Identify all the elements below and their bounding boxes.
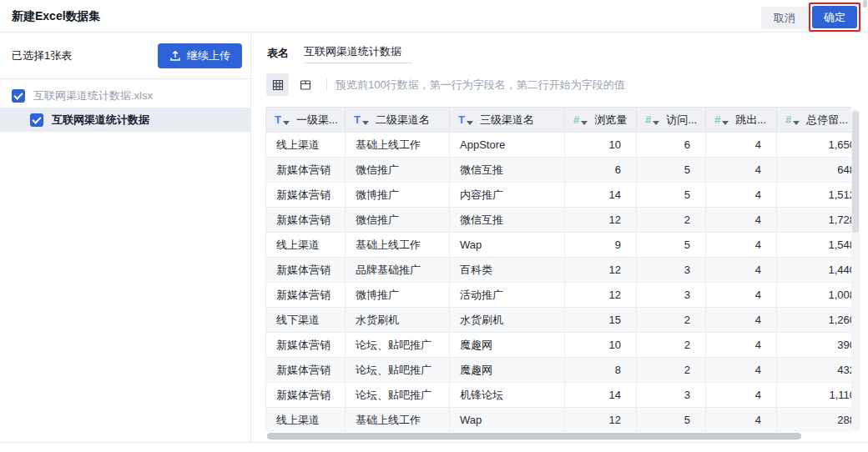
number-type-icon: # <box>714 113 720 126</box>
file-checkbox[interactable] <box>12 89 25 103</box>
continue-upload-button[interactable]: 继续上传 <box>158 43 242 68</box>
table-cell: 活动推广 <box>450 283 565 308</box>
tree-item-sheet-selected[interactable]: 互联网渠道统计数据 <box>0 108 250 132</box>
table-cell: 15 <box>565 308 637 333</box>
horizontal-scrollbar-thumb[interactable] <box>267 433 801 439</box>
table-cell: 4 <box>706 283 777 308</box>
column-label: 跳出... <box>735 113 766 126</box>
number-type-icon: # <box>645 113 651 126</box>
table-cell: 12 <box>565 408 637 433</box>
table-cell: 14 <box>565 383 637 408</box>
upload-icon <box>169 50 181 62</box>
grid-view-icon <box>271 78 285 92</box>
table-cell: 9 <box>565 233 637 258</box>
table-cell: 水货刷机 <box>346 308 450 333</box>
table-cell: 4 <box>706 183 777 208</box>
column-label: 总停留... <box>806 113 848 126</box>
table-cell: 1,110 <box>777 383 852 408</box>
column-header[interactable]: #总停留... <box>777 108 852 133</box>
table-cell: 微博推广 <box>346 183 450 208</box>
table-cell: 12 <box>565 258 637 283</box>
table-cell: 品牌基础推广 <box>346 258 450 283</box>
table-row: 线下渠道水货刷机水货刷机15241,260 <box>266 308 852 333</box>
column-header[interactable]: T一级渠... <box>266 108 346 133</box>
confirm-button[interactable]: 确定 <box>812 6 857 28</box>
table-cell: 12 <box>565 283 637 308</box>
table-row: 新媒体营销论坛、贴吧推广魔趣网1024390 <box>266 333 852 358</box>
table-name-label: 表名 <box>267 46 289 61</box>
table-cell: 微信推广 <box>346 158 450 183</box>
table-cell: 5 <box>637 233 706 258</box>
table-cell: 3 <box>637 283 706 308</box>
preview-hint-text: 预览前100行数据，第一行为字段名，第二行开始为字段的值 <box>336 78 625 93</box>
table-cell: 机锋论坛 <box>450 383 565 408</box>
table-row: 线上渠道基础上线工作Wap1254288 <box>266 408 852 433</box>
table-cell: 新媒体营销 <box>266 383 346 408</box>
column-header[interactable]: T二级渠道名 <box>346 108 450 133</box>
column-label: 一级渠... <box>296 113 338 126</box>
table-cell: 论坛、贴吧推广 <box>346 333 450 358</box>
table-cell: 百科类 <box>450 258 565 283</box>
number-type-icon: # <box>573 113 579 126</box>
table-cell: 新媒体营销 <box>266 258 346 283</box>
sheet-checkbox[interactable] <box>30 113 43 127</box>
table-cell: 论坛、贴吧推广 <box>346 383 450 408</box>
table-cell: 新媒体营销 <box>266 158 346 183</box>
tree-item-excel-file[interactable]: 互联网渠道统计数据.xlsx <box>0 84 250 107</box>
chevron-down-icon <box>722 121 729 125</box>
column-header[interactable]: #跳出... <box>706 108 777 133</box>
table-cell: 4 <box>706 333 777 358</box>
table-name-input[interactable] <box>304 44 412 63</box>
table-cell: 10 <box>565 133 637 158</box>
cancel-button[interactable]: 取消 <box>761 7 808 29</box>
table-cell: 390 <box>777 333 852 358</box>
data-preview-table: T一级渠...T二级渠道名T三级渠道名#浏览量#访问...#跳出...#总停留.… <box>265 107 851 432</box>
table-cell: 基础上线工作 <box>346 133 450 158</box>
table-cell: 4 <box>706 208 777 233</box>
table-cell: 新媒体营销 <box>266 333 346 358</box>
table-cell: 魔趣网 <box>450 333 565 358</box>
table-row: 新媒体营销论坛、贴吧推广魔趣网824432 <box>266 358 852 383</box>
header-view-button[interactable] <box>294 73 316 96</box>
number-type-icon: # <box>785 113 791 126</box>
table-cell: 新媒体营销 <box>266 358 346 383</box>
table-cell: 3 <box>637 258 706 283</box>
table-cell: 4 <box>706 233 777 258</box>
table-cell: 微信互推 <box>450 208 565 233</box>
chevron-down-icon <box>653 121 659 125</box>
table-cell: 4 <box>706 133 777 158</box>
table-cell: 12 <box>565 208 637 233</box>
table-row: 新媒体营销微信推广微信互推654648 <box>266 158 852 183</box>
table-cell: 微博推广 <box>346 283 450 308</box>
table-cell: 新媒体营销 <box>266 183 346 208</box>
table-cell: 2 <box>637 208 706 233</box>
table-row: 新媒体营销论坛、贴吧推广机锋论坛14341,110 <box>266 383 852 408</box>
table-cell: 4 <box>706 358 777 383</box>
table-cell: 4 <box>706 383 777 408</box>
new-excel-dataset-dialog: 新建Excel数据集 取消 确定 已选择1张表 继续上传 互联网渠道统计数据.x… <box>0 0 868 452</box>
table-cell: 1,260 <box>777 308 852 333</box>
column-label: 二级渠道名 <box>376 113 430 126</box>
table-cell: 微信推广 <box>346 208 450 233</box>
table-cell: 微信互推 <box>450 158 565 183</box>
column-header[interactable]: #访问... <box>637 108 706 133</box>
chevron-down-icon <box>581 121 588 125</box>
chevron-down-icon <box>467 121 473 125</box>
column-header[interactable]: #浏览量 <box>565 108 637 133</box>
table-cell: 4 <box>706 308 777 333</box>
page-title: 新建Excel数据集 <box>12 0 101 32</box>
table-cell: 1,650 <box>777 133 852 158</box>
sheet-name-label: 互联网渠道统计数据 <box>52 113 149 128</box>
table-cell: 1,548 <box>777 233 852 258</box>
header-view-icon <box>299 78 312 92</box>
table-cell: 288 <box>777 408 852 433</box>
column-label: 访问... <box>666 113 697 126</box>
table-cell: 4 <box>706 408 777 433</box>
table-cell: 2 <box>637 358 706 383</box>
table-header-row: T一级渠...T二级渠道名T三级渠道名#浏览量#访问...#跳出...#总停留.… <box>266 108 852 133</box>
vertical-scrollbar-thumb[interactable] <box>852 111 859 233</box>
column-header[interactable]: T三级渠道名 <box>450 108 565 133</box>
table-cell: 新媒体营销 <box>266 208 346 233</box>
text-type-icon: T <box>275 113 281 126</box>
grid-view-button[interactable] <box>266 73 289 96</box>
